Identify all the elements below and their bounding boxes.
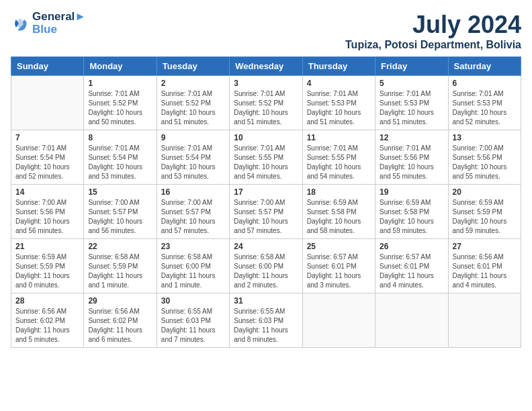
day-info: Sunrise: 7:00 AMSunset: 5:57 PMDaylight:… <box>161 198 225 236</box>
day-number: 22 <box>88 242 152 251</box>
day-number: 7 <box>15 133 79 142</box>
day-info: Sunrise: 7:01 AMSunset: 5:52 PMDaylight:… <box>161 89 225 127</box>
logo-icon <box>11 14 30 33</box>
day-number: 10 <box>234 133 298 142</box>
day-cell: 30Sunrise: 6:55 AMSunset: 6:03 PMDayligh… <box>157 293 229 348</box>
day-cell: 12Sunrise: 7:01 AMSunset: 5:56 PMDayligh… <box>375 130 448 185</box>
week-row-5: 28Sunrise: 6:56 AMSunset: 6:02 PMDayligh… <box>11 293 521 348</box>
day-info: Sunrise: 6:55 AMSunset: 6:03 PMDaylight:… <box>234 307 298 345</box>
weekday-header-wednesday: Wednesday <box>230 57 302 76</box>
day-number: 21 <box>15 242 79 251</box>
day-cell: 3Sunrise: 7:01 AMSunset: 5:52 PMDaylight… <box>230 76 302 130</box>
day-number: 25 <box>307 242 371 251</box>
day-cell: 18Sunrise: 6:59 AMSunset: 5:58 PMDayligh… <box>302 185 375 239</box>
day-number: 13 <box>453 133 517 142</box>
weekday-header-saturday: Saturday <box>448 57 521 76</box>
weekday-header-monday: Monday <box>84 57 157 76</box>
day-cell: 17Sunrise: 7:00 AMSunset: 5:57 PMDayligh… <box>230 185 302 239</box>
day-number: 29 <box>88 296 152 306</box>
title-section: July 2024 Tupiza, Potosi Department, Bol… <box>345 11 521 51</box>
day-info: Sunrise: 7:01 AMSunset: 5:56 PMDaylight:… <box>380 144 443 181</box>
day-number: 8 <box>88 133 152 142</box>
day-number: 18 <box>307 187 371 197</box>
day-number: 17 <box>234 187 298 197</box>
day-cell: 4Sunrise: 7:01 AMSunset: 5:53 PMDaylight… <box>302 76 375 130</box>
day-info: Sunrise: 6:59 AMSunset: 5:59 PMDaylight:… <box>15 253 79 290</box>
day-cell: 21Sunrise: 6:59 AMSunset: 5:59 PMDayligh… <box>11 239 84 293</box>
day-info: Sunrise: 6:57 AMSunset: 6:01 PMDaylight:… <box>380 253 443 290</box>
day-info: Sunrise: 6:56 AMSunset: 6:02 PMDaylight:… <box>15 307 79 345</box>
day-cell: 19Sunrise: 6:59 AMSunset: 5:58 PMDayligh… <box>375 185 448 239</box>
day-info: Sunrise: 6:56 AMSunset: 6:02 PMDaylight:… <box>88 307 152 345</box>
day-info: Sunrise: 7:01 AMSunset: 5:54 PMDaylight:… <box>161 144 225 181</box>
week-row-4: 21Sunrise: 6:59 AMSunset: 5:59 PMDayligh… <box>11 239 521 293</box>
day-info: Sunrise: 7:00 AMSunset: 5:57 PMDaylight:… <box>234 198 298 236</box>
day-number: 16 <box>161 187 225 197</box>
day-cell: 5Sunrise: 7:01 AMSunset: 5:53 PMDaylight… <box>375 76 448 130</box>
day-number: 2 <box>161 79 225 88</box>
day-number: 11 <box>307 133 371 142</box>
day-number: 3 <box>234 79 298 88</box>
day-number: 27 <box>453 242 517 251</box>
day-number: 14 <box>15 187 79 197</box>
day-number: 20 <box>453 187 517 197</box>
day-info: Sunrise: 7:00 AMSunset: 5:56 PMDaylight:… <box>453 144 517 181</box>
day-cell: 22Sunrise: 6:58 AMSunset: 5:59 PMDayligh… <box>84 239 157 293</box>
week-row-3: 14Sunrise: 7:00 AMSunset: 5:56 PMDayligh… <box>11 185 521 239</box>
day-cell: 10Sunrise: 7:01 AMSunset: 5:55 PMDayligh… <box>230 130 302 185</box>
day-info: Sunrise: 7:00 AMSunset: 5:57 PMDaylight:… <box>88 198 152 236</box>
day-cell: 13Sunrise: 7:00 AMSunset: 5:56 PMDayligh… <box>448 130 521 185</box>
day-info: Sunrise: 7:01 AMSunset: 5:53 PMDaylight:… <box>453 89 517 127</box>
day-cell: 26Sunrise: 6:57 AMSunset: 6:01 PMDayligh… <box>375 239 448 293</box>
day-cell <box>448 293 521 348</box>
calendar-table: SundayMondayTuesdayWednesdayThursdayFrid… <box>11 56 521 348</box>
day-number: 26 <box>380 242 443 251</box>
weekday-header-tuesday: Tuesday <box>157 57 229 76</box>
week-row-1: 1Sunrise: 7:01 AMSunset: 5:52 PMDaylight… <box>11 76 521 130</box>
day-cell: 8Sunrise: 7:01 AMSunset: 5:54 PMDaylight… <box>84 130 157 185</box>
day-cell <box>302 293 375 348</box>
day-cell: 25Sunrise: 6:57 AMSunset: 6:01 PMDayligh… <box>302 239 375 293</box>
day-cell: 6Sunrise: 7:01 AMSunset: 5:53 PMDaylight… <box>448 76 521 130</box>
day-info: Sunrise: 6:59 AMSunset: 5:58 PMDaylight:… <box>307 198 371 236</box>
day-info: Sunrise: 6:58 AMSunset: 6:00 PMDaylight:… <box>234 253 298 290</box>
day-info: Sunrise: 7:01 AMSunset: 5:55 PMDaylight:… <box>234 144 298 181</box>
day-cell: 29Sunrise: 6:56 AMSunset: 6:02 PMDayligh… <box>84 293 157 348</box>
day-cell: 15Sunrise: 7:00 AMSunset: 5:57 PMDayligh… <box>84 185 157 239</box>
day-number: 1 <box>88 79 152 88</box>
day-cell: 7Sunrise: 7:01 AMSunset: 5:54 PMDaylight… <box>11 130 84 185</box>
weekday-header-thursday: Thursday <box>302 57 375 76</box>
weekday-header-row: SundayMondayTuesdayWednesdayThursdayFrid… <box>11 57 521 76</box>
day-number: 12 <box>380 133 443 142</box>
day-number: 24 <box>234 242 298 251</box>
day-number: 4 <box>307 79 371 88</box>
page-header: General► Blue July 2024 Tupiza, Potosi D… <box>11 11 521 51</box>
day-info: Sunrise: 7:01 AMSunset: 5:53 PMDaylight:… <box>380 89 443 127</box>
day-cell: 2Sunrise: 7:01 AMSunset: 5:52 PMDaylight… <box>157 76 229 130</box>
day-number: 15 <box>88 187 152 197</box>
day-cell: 23Sunrise: 6:58 AMSunset: 6:00 PMDayligh… <box>157 239 229 293</box>
day-cell: 31Sunrise: 6:55 AMSunset: 6:03 PMDayligh… <box>230 293 302 348</box>
day-number: 19 <box>380 187 443 197</box>
day-info: Sunrise: 7:00 AMSunset: 5:56 PMDaylight:… <box>15 198 79 236</box>
day-info: Sunrise: 6:59 AMSunset: 5:58 PMDaylight:… <box>380 198 443 236</box>
day-number: 30 <box>161 296 225 306</box>
day-info: Sunrise: 6:57 AMSunset: 6:01 PMDaylight:… <box>307 253 371 290</box>
day-cell <box>375 293 448 348</box>
day-cell: 1Sunrise: 7:01 AMSunset: 5:52 PMDaylight… <box>84 76 157 130</box>
day-info: Sunrise: 6:56 AMSunset: 6:01 PMDaylight:… <box>453 253 517 290</box>
day-cell: 14Sunrise: 7:00 AMSunset: 5:56 PMDayligh… <box>11 185 84 239</box>
day-cell: 20Sunrise: 6:59 AMSunset: 5:59 PMDayligh… <box>448 185 521 239</box>
day-number: 23 <box>161 242 225 251</box>
day-info: Sunrise: 7:01 AMSunset: 5:52 PMDaylight:… <box>88 89 152 127</box>
day-number: 5 <box>380 79 443 88</box>
day-cell: 9Sunrise: 7:01 AMSunset: 5:54 PMDaylight… <box>157 130 229 185</box>
subtitle: Tupiza, Potosi Department, Bolivia <box>345 39 521 51</box>
day-cell: 28Sunrise: 6:56 AMSunset: 6:02 PMDayligh… <box>11 293 84 348</box>
weekday-header-friday: Friday <box>375 57 448 76</box>
day-cell: 11Sunrise: 7:01 AMSunset: 5:55 PMDayligh… <box>302 130 375 185</box>
day-number: 31 <box>234 296 298 306</box>
weekday-header-sunday: Sunday <box>11 57 84 76</box>
day-number: 6 <box>453 79 517 88</box>
day-cell: 16Sunrise: 7:00 AMSunset: 5:57 PMDayligh… <box>157 185 229 239</box>
